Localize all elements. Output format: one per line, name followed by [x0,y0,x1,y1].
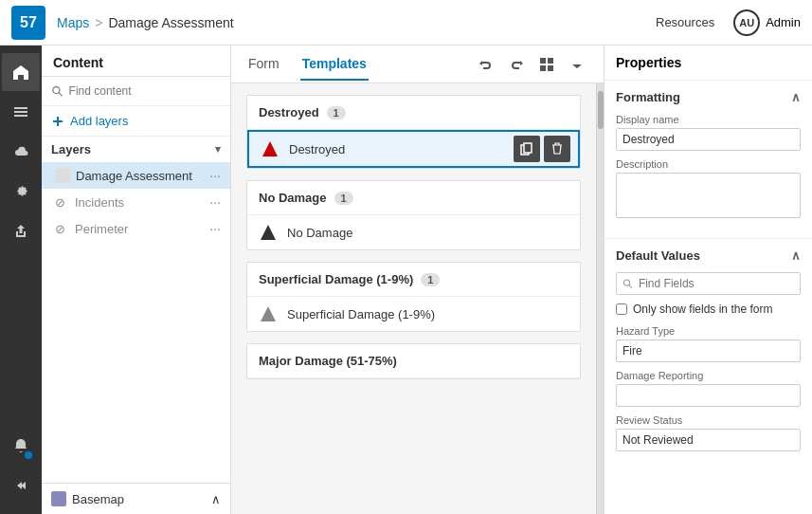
topbar-right: Resources AU Admin [656,9,801,36]
nav-home[interactable] [2,53,40,91]
svg-point-17 [623,280,629,285]
sidebar-search[interactable] [42,77,230,106]
group-count-superficial: 1 [421,273,440,286]
only-show-fields-checkbox[interactable] [616,303,627,315]
properties-title: Properties [616,55,681,70]
undo-button[interactable] [475,53,497,76]
add-layers-button[interactable]: Add layers [42,106,230,137]
layer-item-incidents[interactable]: ⊘ Incidents ··· [42,189,230,215]
layer-label-damage: Damage Assessment [76,169,192,183]
svg-rect-8 [540,58,546,64]
breadcrumb: Maps > Damage Assessment [57,15,234,30]
template-item-nodamage[interactable]: No Damage [247,215,580,249]
svg-rect-2 [14,115,27,117]
template-group-superficial: Superficial Damage (1-9%) 1 Superficial … [246,262,581,332]
template-symbol-nodamage [259,223,278,242]
more-options-button[interactable] [566,53,588,76]
layer-item-damage-assessment[interactable]: Damage Assessment ··· [42,162,230,189]
nav-share[interactable] [2,212,40,250]
tabs-toolbar [475,53,588,76]
template-group-nodamage: No Damage 1 No Damage [246,180,581,250]
tab-templates[interactable]: Templates [300,48,369,81]
layer-more-damage[interactable]: ··· [209,168,221,183]
resources-link[interactable]: Resources [656,15,714,29]
main-content: Form Templates [231,46,604,514]
app-logo: 57 [11,6,45,40]
nav-bottom [2,427,40,514]
group-label-superficial: Superficial Damage (1-9%) [259,272,413,286]
template-actions-destroyed [514,136,570,162]
breadcrumb-current: Damage Assessment [108,15,233,30]
svg-marker-12 [262,141,278,156]
layer-more-perimeter[interactable]: ··· [209,221,221,236]
nav-settings[interactable] [2,173,40,211]
grid-view-button[interactable] [535,53,558,76]
only-show-fields-label: Only show fields in the form [633,303,772,316]
group-count-nodamage: 1 [334,192,353,205]
damage-reporting-input[interactable] [616,384,801,407]
group-label-destroyed: Destroyed [259,105,319,119]
copy-template-button[interactable] [514,136,540,162]
formatting-collapse[interactable]: ∧ [791,90,801,104]
hazard-type-input[interactable] [616,340,801,362]
default-values-section: Default Values ∧ Only show fields in the… [604,239,812,468]
content-search-input[interactable] [69,84,221,98]
nav-notification[interactable] [2,427,40,465]
svg-marker-16 [261,306,276,321]
svg-point-4 [53,87,60,94]
add-layers-label: Add layers [70,114,128,128]
group-header-nodamage: No Damage 1 [247,181,580,215]
basemap-toggle[interactable]: ∧ [211,492,221,506]
icon-nav [0,46,42,514]
admin-section: AU Admin [733,9,801,36]
basemap-icon [51,491,66,506]
damage-reporting-label: Damage Reporting [616,370,801,381]
display-name-input[interactable] [616,128,801,151]
redo-button[interactable] [505,53,528,76]
layer-label-perimeter: Perimeter [75,222,128,236]
template-list: Destroyed 1 Destroyed [231,83,596,514]
breadcrumb-sep: > [95,15,102,30]
description-textarea[interactable] [616,173,801,218]
find-fields-input[interactable] [639,277,794,290]
only-show-fields-row: Only show fields in the form [616,303,801,316]
template-group-destroyed: Destroyed 1 Destroyed [246,95,581,169]
scrollbar-thumb [598,91,604,129]
find-fields-search[interactable] [616,272,801,295]
add-icon [51,115,64,128]
svg-rect-10 [540,65,546,71]
nav-cloud[interactable] [2,133,40,171]
avatar[interactable]: AU [733,9,760,36]
template-item-destroyed[interactable]: Destroyed [247,130,580,168]
formatting-title: Formatting ∧ [616,90,801,104]
properties-header: Properties [604,46,812,81]
default-values-collapse[interactable]: ∧ [791,248,801,263]
group-count-destroyed: 1 [327,106,346,119]
svg-rect-9 [548,58,553,64]
formatting-label: Formatting [616,90,680,104]
breadcrumb-maps-link[interactable]: Maps [57,15,89,30]
layers-toggle[interactable]: ▾ [215,143,221,156]
template-group-major: Major Damage (51-75%) [246,343,581,379]
template-label-nodamage: No Damage [287,226,352,240]
admin-label: Admin [766,15,801,29]
hazard-type-label: Hazard Type [616,325,801,337]
svg-rect-1 [14,111,27,113]
layer-item-perimeter[interactable]: ⊘ Perimeter ··· [42,215,230,242]
nav-layers[interactable] [2,93,40,131]
layer-icon-damage [55,168,70,183]
svg-rect-0 [14,107,27,109]
topbar: 57 Maps > Damage Assessment Resources AU… [0,0,812,46]
default-values-label: Default Values [616,248,700,263]
basemap-section: Basemap ∧ [42,483,230,514]
template-item-superficial[interactable]: Superficial Damage (1-9%) [247,297,580,331]
tab-form[interactable]: Form [246,48,281,81]
nav-collapse[interactable] [2,467,40,505]
check-icon-incidents: ⊘ [55,195,65,210]
delete-template-button[interactable] [544,136,570,162]
layer-label-incidents: Incidents [75,195,124,210]
template-list-scrollbar[interactable] [596,83,604,514]
group-header-destroyed: Destroyed 1 [247,96,580,130]
review-status-input[interactable] [616,429,801,451]
layer-more-incidents[interactable]: ··· [209,194,221,210]
